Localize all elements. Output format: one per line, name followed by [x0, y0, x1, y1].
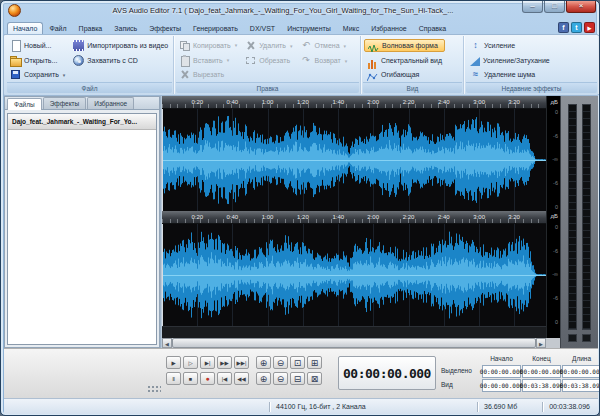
files-panel: ФайлыЭффектыИзбранное Dajo_feat._Jahmark…	[4, 96, 160, 348]
sidebar-tab-files[interactable]: Файлы	[7, 98, 42, 110]
play-button[interactable]: ▶	[166, 356, 181, 369]
facebook-icon[interactable]: f	[558, 22, 569, 33]
dropdown-arrow-icon[interactable]: ▾	[290, 43, 293, 49]
dropdown-arrow-icon[interactable]: ▾	[345, 58, 348, 64]
resize-grip[interactable]	[147, 385, 161, 394]
spectral-view-button[interactable]: Спектральный вид	[364, 54, 445, 67]
tab-tools[interactable]: Инструменты	[281, 22, 337, 34]
copy-button[interactable]: Копировать▾	[177, 38, 239, 53]
cut-button[interactable]: Вырезать	[177, 67, 239, 82]
trim-button[interactable]: Обрезать	[243, 53, 294, 68]
twitter-icon[interactable]: t	[571, 22, 582, 33]
delete-button[interactable]: Удалить▾	[243, 38, 294, 53]
scrollbar-corner	[546, 338, 560, 348]
go-to-start-button[interactable]: |◀	[217, 372, 232, 385]
ribbon-tab-row: НачалоФайлПравкаЗаписьЭффектыГенерироват…	[1, 20, 600, 34]
group-caption-recent-effects: Недавние эффекты	[466, 82, 597, 93]
close-button[interactable]: ×	[566, 1, 596, 13]
sidebar-tab-favorites[interactable]: Избранное	[87, 97, 134, 109]
maximize-button[interactable]: □	[544, 1, 565, 13]
stop-button[interactable]: ■	[183, 372, 198, 385]
db-scale-left: 0-6-∞-60	[547, 110, 558, 210]
play-to-end-button[interactable]: ▶|	[200, 356, 215, 369]
time-display: 00:00:00.000	[338, 356, 436, 390]
vertical-zoom-out-button[interactable]: ⊖	[273, 372, 288, 385]
new-button[interactable]: Новый...	[8, 38, 67, 53]
zoom-in-button[interactable]: ⊕	[256, 356, 271, 369]
db-scale-value: 0	[555, 110, 558, 116]
timeline-ruler-top[interactable]: 0:200:401:001:201:402:002:202:403:003:20	[162, 96, 546, 109]
timeline-ruler-bottom[interactable]: 0:200:401:001:201:402:002:202:403:003:20	[162, 211, 546, 224]
waveform-view-button[interactable]: Волновая форма	[364, 39, 445, 52]
envelope-view-button[interactable]: Огибающая	[364, 69, 445, 82]
ruler-time-label: 2:40	[438, 214, 450, 220]
selection-start-value[interactable]: 00:00:00.000	[482, 365, 521, 378]
tab-dxvst[interactable]: DX/VST	[244, 22, 281, 34]
minimize-button[interactable]: –	[522, 1, 543, 13]
social-links: ft▶	[554, 22, 600, 34]
db-scale-value: 0	[555, 320, 558, 326]
play-file-button[interactable]: ▷	[183, 356, 198, 369]
dropdown-arrow-icon[interactable]: ▾	[227, 57, 230, 63]
waveform-channel-left[interactable]	[162, 109, 546, 211]
view-end-value[interactable]: 00:03:38.096	[522, 379, 561, 392]
sidebar-tabs: ФайлыЭффектыИзбранное	[5, 97, 159, 110]
import-from-video-button[interactable]: Импортировать из видео	[71, 38, 170, 53]
tab-mix[interactable]: Микс	[337, 22, 365, 34]
rewind-button[interactable]: ◀◀	[234, 372, 249, 385]
tab-home[interactable]: Начало	[7, 22, 43, 34]
horizontal-scrollbar[interactable]: ◀ ▶	[162, 338, 546, 348]
noise-removal-icon: ≈	[470, 69, 481, 80]
view-start-value[interactable]: 00:00:00.000	[482, 379, 521, 392]
dropdown-arrow-icon[interactable]: ▾	[235, 42, 238, 48]
view-length-value[interactable]: 00:03:38.096	[562, 379, 600, 392]
youtube-icon[interactable]: ▶	[584, 22, 595, 33]
paste-button[interactable]: Вставить▾	[177, 53, 239, 68]
db-scale-column: дБ 0-6-∞-60 дБ 0-6-∞-60	[546, 96, 560, 338]
scrollbar-thumb[interactable]	[172, 338, 536, 348]
tab-edit[interactable]: Правка	[73, 22, 109, 34]
zoom-full-button[interactable]: ⊞	[307, 356, 322, 369]
amplify-effect-button[interactable]: ↕Усиление	[467, 39, 553, 52]
dropdown-arrow-icon[interactable]: ▾	[63, 72, 66, 78]
db-scale-right: 0-6-∞-60	[547, 225, 558, 325]
fast-forward-button[interactable]: ▶▶	[217, 356, 232, 369]
ruler-time-label: 1:20	[297, 214, 309, 220]
tab-record[interactable]: Запись	[108, 22, 143, 34]
zoom-out-button[interactable]: ⊖	[273, 356, 288, 369]
tab-favorites[interactable]: Избранное	[365, 22, 412, 34]
vertical-zoom-in-button[interactable]: ⊕	[256, 372, 271, 385]
scroll-left-button[interactable]: ◀	[162, 338, 172, 348]
file-list-item[interactable]: Dajo_feat._Jahmark_-_Waiting_For_Yo...	[8, 114, 156, 130]
save-button[interactable]: Сохранить▾	[8, 67, 67, 82]
tab-help[interactable]: Справка	[413, 22, 452, 34]
tab-effects[interactable]: Эффекты	[143, 22, 187, 34]
capture-from-cd-button[interactable]: Захватить с CD	[71, 53, 170, 68]
go-to-end-button[interactable]: ▶▶|	[234, 356, 249, 369]
waveform-channel-right[interactable]	[162, 224, 546, 326]
tab-generate[interactable]: Генерировать	[187, 22, 244, 34]
file-list[interactable]: Dajo_feat._Jahmark_-_Waiting_For_Yo...	[7, 113, 157, 345]
tab-file[interactable]: Файл	[43, 22, 72, 34]
fade-effect-button[interactable]: Усиление/Затухание	[467, 54, 553, 67]
dropdown-arrow-icon[interactable]: ▾	[344, 43, 347, 49]
selection-end-value[interactable]: 00:00:00.000	[522, 365, 561, 378]
ruler-time-label: 1:40	[332, 214, 344, 220]
vertical-zoom-full-button[interactable]: ⊠	[307, 372, 322, 385]
pause-button[interactable]: Ⅱ	[166, 372, 181, 385]
trim-icon	[245, 55, 256, 66]
zoom-selection-button[interactable]: ⊡	[290, 356, 305, 369]
undo-button[interactable]: ↶Отмена▾	[298, 38, 349, 53]
scroll-right-button[interactable]: ▶	[536, 338, 546, 348]
sidebar-tab-effects[interactable]: Эффекты	[43, 97, 87, 109]
level-meter-right	[582, 104, 591, 330]
titlebar[interactable]: AVS Audio Editor 7.1 ( Dajo_feat_Jahmark…	[1, 1, 600, 20]
record-button[interactable]: ●	[200, 372, 215, 385]
vertical-zoom-default-button[interactable]: ⊟	[290, 372, 305, 385]
info-header-end: Конец	[522, 354, 561, 364]
selection-length-value[interactable]: 00:00:00.000	[562, 365, 600, 378]
redo-button[interactable]: ↷Возврат▾	[298, 53, 349, 68]
open-button[interactable]: Открыть...	[8, 53, 67, 68]
noise-removal-button[interactable]: ≈Удаление шума	[467, 68, 553, 81]
group-caption-file: Файл	[7, 82, 172, 93]
